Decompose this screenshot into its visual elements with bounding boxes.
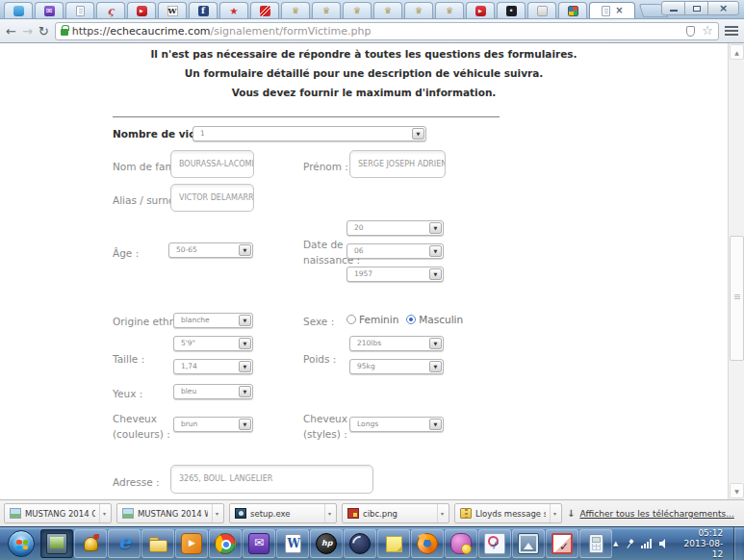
chrome-icon (215, 533, 236, 554)
download-item[interactable]: MUSTANG 2014 GOLD.jpg (4, 503, 112, 523)
browser-tab[interactable] (527, 2, 556, 18)
show-hidden-icons-button[interactable]: ▲ (613, 540, 618, 547)
hair-style-select[interactable]: Longs (349, 417, 444, 432)
taskbar-button[interactable] (310, 529, 343, 558)
taskbar-button[interactable] (344, 529, 376, 558)
download-item[interactable]: Lloyds message servi....zip (454, 503, 562, 523)
download-menu-caret-icon[interactable] (324, 504, 334, 522)
victim-count-select[interactable]: 1 (192, 126, 426, 141)
scroll-down-icon[interactable]: ▼ (730, 483, 744, 498)
first-name-input[interactable]: SERGE JOSEPH ADRIEN (349, 150, 446, 178)
taskbar-button[interactable] (108, 529, 141, 558)
restore-button[interactable] (684, 1, 708, 15)
start-button[interactable] (2, 527, 40, 560)
taskbar-button[interactable] (377, 529, 410, 558)
eyes-select[interactable]: bleu (173, 384, 253, 399)
browser-tab[interactable] (158, 2, 187, 18)
download-menu-caret-icon[interactable] (212, 504, 221, 522)
download-item[interactable]: setup.exe (229, 503, 337, 523)
close-button[interactable]: × (707, 1, 739, 15)
facebook-icon (198, 6, 209, 16)
browser-tab[interactable] (35, 2, 64, 18)
height-metric-select[interactable]: 1,74 (173, 359, 253, 374)
browser-tab[interactable] (189, 2, 218, 18)
taskbar-button[interactable] (276, 529, 309, 558)
birth-month-select[interactable]: 06 (346, 243, 444, 259)
download-item[interactable]: MUSTANG 2014 WHI...jpg (116, 503, 224, 523)
download-item[interactable]: cibc.png (342, 503, 449, 523)
taskbar-button[interactable] (243, 529, 275, 558)
taskbar-button[interactable] (209, 529, 242, 558)
height-imperial-select[interactable]: 5'9" (173, 336, 253, 351)
minimize-button[interactable] (661, 1, 685, 15)
browser-tab[interactable] (127, 2, 156, 18)
active-tab[interactable]: × (589, 2, 635, 18)
browser-tab[interactable] (65, 2, 94, 18)
pin-icon[interactable] (623, 537, 636, 551)
height-label: Taille : (113, 353, 144, 365)
browser-tab[interactable] (4, 2, 33, 18)
age-select[interactable]: 50-65 (168, 242, 253, 258)
vertical-scrollbar[interactable]: ▲ ▼ (728, 43, 744, 499)
taskbar-button[interactable] (141, 529, 174, 558)
ethnicity-select[interactable]: blanche (173, 313, 253, 328)
hair-style-label: Cheveux (303, 413, 347, 424)
taskbar-button[interactable] (478, 529, 511, 558)
browser-tab[interactable] (558, 2, 587, 18)
browser-tab[interactable] (312, 2, 341, 18)
download-menu-caret-icon[interactable] (99, 504, 109, 522)
taskbar-button[interactable] (512, 529, 545, 558)
browser-tab[interactable] (373, 2, 402, 18)
browser-tab[interactable] (497, 2, 526, 18)
tray-clock[interactable]: 05:12 2013-08-12 (675, 528, 727, 560)
weight-metric-select[interactable]: 95kg (349, 359, 444, 374)
intro-line: Vous devez fournir le maximum d'informat… (0, 87, 728, 98)
show-all-downloads-link[interactable]: ↓ Afficher tous les téléchargements... (567, 508, 734, 519)
tab-close-icon[interactable]: × (615, 6, 623, 15)
alias-input[interactable]: VICTOR DELAMARRE II (170, 184, 254, 212)
taskbar-button[interactable] (579, 529, 612, 558)
chrome-menu-icon[interactable] (725, 26, 738, 36)
taskbar-button[interactable] (546, 529, 578, 558)
back-button[interactable]: ← (6, 25, 16, 38)
scrollbar-thumb[interactable] (730, 236, 744, 361)
hair-color-label: (couleurs) : (113, 428, 170, 440)
birth-day-select[interactable]: 20 (346, 220, 444, 236)
shield-icon[interactable] (686, 26, 695, 37)
birth-year-select[interactable]: 1957 (346, 267, 444, 282)
address-input[interactable]: 3265, BOUL. LANGELIER (170, 465, 373, 494)
browser-tab[interactable] (281, 2, 310, 18)
show-desktop-button[interactable] (733, 527, 742, 560)
browser-tab[interactable] (404, 2, 433, 18)
bookmark-star-icon[interactable]: ☆ (702, 25, 713, 37)
last-name-input[interactable]: BOURASSA-LACOMBE (170, 150, 254, 178)
red-signature-icon (106, 6, 116, 16)
download-menu-caret-icon[interactable] (550, 504, 559, 522)
dropdown-arrow-icon (239, 419, 251, 430)
refresh-button[interactable]: ↻ (38, 25, 49, 38)
browser-tab[interactable] (219, 2, 248, 18)
address-bar[interactable]: https://echecaucrime.com/signalement/for… (55, 22, 719, 40)
radio-feminin[interactable] (346, 315, 356, 324)
browser-tab[interactable] (466, 2, 495, 18)
taskbar-button[interactable] (445, 529, 477, 558)
downloads-bar-right: ↓ Afficher tous les téléchargements... × (567, 507, 744, 520)
taskbar-button[interactable] (74, 529, 107, 558)
taskbar-button[interactable] (40, 529, 73, 558)
browser-tab[interactable] (343, 2, 372, 18)
taskbar-button[interactable] (175, 529, 208, 558)
browser-tab[interactable] (250, 2, 279, 18)
browser-tab[interactable] (96, 2, 125, 18)
volume-icon[interactable] (659, 539, 669, 548)
browser-tab[interactable] (435, 2, 464, 18)
weight-imperial-select[interactable]: 210lbs (349, 336, 444, 351)
taskbar-button[interactable] (411, 529, 444, 558)
scroll-up-icon[interactable]: ▲ (730, 44, 744, 60)
messenger-app-icon (450, 533, 472, 554)
firefox-icon (417, 533, 438, 554)
network-signal-icon[interactable] (641, 539, 653, 548)
download-menu-caret-icon[interactable] (437, 504, 447, 522)
hair-color-select[interactable]: brun (173, 417, 253, 432)
forward-button[interactable]: → (22, 25, 33, 38)
radio-masculin[interactable] (406, 315, 416, 324)
